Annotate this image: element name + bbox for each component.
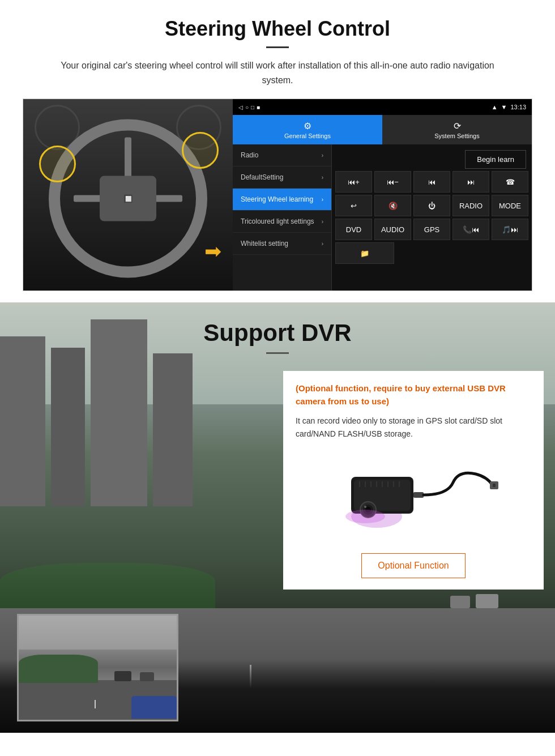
steering-demo: 🔲 ➡ ◁ ○ □ ■ ▲: [23, 99, 532, 291]
arrow-indicator: ➡: [204, 240, 221, 263]
dvr-divider: [266, 352, 289, 354]
statusbar-time: 13:13: [510, 104, 526, 110]
tab-system-label: System Settings: [434, 133, 479, 139]
menu-item-whitelist[interactable]: Whitelist setting ›: [233, 233, 331, 255]
settings-menu: Radio › DefaultSetting › Steering Wheel …: [233, 144, 332, 291]
dvr-info-panel: (Optional function, require to buy exter…: [283, 371, 544, 590]
android-statusbar: ◁ ○ □ ■ ▲ ▼ 13:13: [233, 99, 532, 115]
dvr-optional-warning: (Optional function, require to buy exter…: [296, 382, 531, 408]
android-content: Radio › DefaultSetting › Steering Wheel …: [233, 144, 532, 291]
ctrl-btn-mute[interactable]: 🔇: [374, 195, 411, 216]
ctrl-btn-next[interactable]: ⏭: [452, 171, 489, 193]
optional-function-button[interactable]: Optional Function: [361, 553, 465, 578]
steering-subtitle: Your original car's steering wheel contr…: [45, 58, 510, 87]
dvr-section-title: Support DVR: [0, 302, 555, 347]
dvr-main-content: (Optional function, require to buy exter…: [0, 365, 555, 590]
svg-rect-18: [493, 484, 496, 487]
tab-general-label: General Settings: [284, 133, 331, 139]
ctrl-btn-dvd[interactable]: DVD: [335, 219, 372, 240]
dvr-section: Support DVR (Optional function, require …: [0, 302, 555, 733]
ctrl-row-2: ↩ 🔇 ⏻ RADIO MODE: [335, 195, 528, 216]
svg-point-15: [345, 510, 385, 523]
right-control-highlight: [182, 132, 219, 169]
menu-item-tricoloured[interactable]: Tricoloured light settings ›: [233, 211, 331, 233]
dvr-camera-illustration: [296, 451, 531, 542]
ctrl-btn-prev[interactable]: ⏮: [413, 171, 450, 193]
ctrl-btn-power[interactable]: ⏻: [413, 195, 450, 216]
title-divider: [266, 46, 289, 48]
menu-item-steering-wheel[interactable]: Steering Wheel learning ›: [233, 189, 331, 211]
steering-wheel-photo: 🔲 ➡: [23, 99, 233, 291]
ctrl-btn-music-next[interactable]: 🎵⏭: [492, 219, 528, 240]
begin-learn-button[interactable]: Begin learn: [465, 150, 526, 169]
begin-learn-row: Begin learn: [335, 148, 528, 169]
ctrl-btn-mode[interactable]: MODE: [492, 195, 528, 216]
tab-system-settings[interactable]: ⟳ System Settings: [382, 115, 532, 144]
menu-item-default-setting[interactable]: DefaultSetting ›: [233, 166, 331, 189]
steering-section: Steering Wheel Control Your original car…: [0, 0, 555, 302]
ctrl-btn-vol-up[interactable]: ⏮+: [335, 171, 372, 193]
ctrl-btn-phone-prev[interactable]: 📞⏮: [452, 219, 489, 240]
dvr-left-area: [11, 365, 283, 590]
dvr-screenshot-thumbnail: [17, 614, 178, 721]
statusbar-nav-icons: ◁ ○ □ ■: [238, 104, 260, 110]
dvr-description: It can record video only to storage in G…: [296, 415, 531, 440]
ctrl-btn-folder[interactable]: 📁: [335, 242, 394, 264]
ctrl-btn-vol-down[interactable]: ⏮−: [374, 171, 411, 193]
gear-icon: ⚙: [304, 121, 311, 131]
camera-svg: [328, 460, 498, 533]
ctrl-row-3: DVD AUDIO GPS 📞⏮ 🎵⏭: [335, 219, 528, 240]
signal-icon: ▼: [501, 104, 507, 110]
system-icon: ⟳: [454, 121, 461, 131]
svg-rect-16: [413, 492, 424, 498]
ctrl-btn-audio[interactable]: AUDIO: [374, 219, 411, 240]
controls-panel: Begin learn ⏮+ ⏮− ⏮ ⏭ ☎ ↩ 🔇 ⏻: [332, 144, 532, 291]
svg-point-14: [364, 506, 366, 508]
statusbar-right: ▲ ▼ 13:13: [492, 104, 526, 110]
page-title: Steering Wheel Control: [23, 17, 532, 41]
ctrl-btn-phone[interactable]: ☎: [492, 171, 528, 193]
tab-general-settings[interactable]: ⚙ General Settings: [233, 115, 382, 144]
android-ui-panel: ◁ ○ □ ■ ▲ ▼ 13:13 ⚙ General Settings: [233, 99, 532, 291]
android-tabs: ⚙ General Settings ⟳ System Settings: [233, 115, 532, 144]
ctrl-row-1: ⏮+ ⏮− ⏮ ⏭ ☎: [335, 171, 528, 193]
wifi-icon: ▲: [492, 104, 498, 110]
ctrl-btn-hangup[interactable]: ↩: [335, 195, 372, 216]
ctrl-row-4: 📁: [335, 242, 528, 264]
left-control-highlight: [39, 146, 76, 182]
ctrl-btn-radio[interactable]: RADIO: [452, 195, 489, 216]
ctrl-btn-gps[interactable]: GPS: [413, 219, 450, 240]
menu-item-radio[interactable]: Radio ›: [233, 144, 331, 166]
